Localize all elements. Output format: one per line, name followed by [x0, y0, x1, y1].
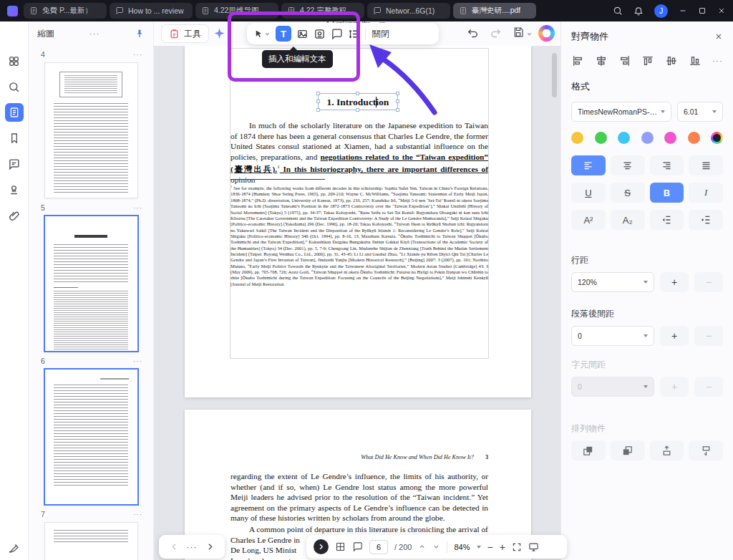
thumbnails-sidebar-icon[interactable]: [5, 103, 24, 122]
paragraph-spacing-decrease-button[interactable]: −: [694, 326, 723, 346]
comment-tool-button[interactable]: [331, 28, 343, 40]
minimize-button[interactable]: [679, 6, 687, 15]
redo-button[interactable]: [490, 27, 502, 39]
search-icon[interactable]: [613, 6, 623, 16]
browser-tab-3[interactable]: 4.22思维导图: [195, 3, 278, 19]
vertical-scrollbar-thumb[interactable]: [552, 53, 557, 97]
thumbnail-page-7-selected[interactable]: [45, 370, 137, 504]
ai-assistant-button[interactable]: [538, 25, 555, 42]
next-page-chevron[interactable]: [205, 542, 215, 551]
select-tool-button[interactable]: [253, 29, 271, 39]
text-tool-button[interactable]: T: [276, 26, 291, 42]
strikethrough-button[interactable]: S: [611, 183, 645, 203]
thumbnail-page-5[interactable]: [45, 63, 137, 198]
selection-handle[interactable]: [316, 92, 320, 95]
presentation-icon[interactable]: [528, 541, 539, 552]
attachment-sidebar-icon[interactable]: [5, 206, 24, 225]
thumbnail-more-button[interactable]: ···: [133, 51, 142, 59]
bring-to-front-button[interactable]: [571, 440, 606, 460]
bring-forward-button[interactable]: [650, 440, 684, 460]
color-swatch-yellow[interactable]: [571, 132, 583, 144]
signature-pen-icon[interactable]: [7, 541, 20, 554]
browser-tab-active[interactable]: 臺灣史研....pdf: [453, 3, 536, 19]
title-selection-box[interactable]: 1. Introduction: [318, 93, 399, 110]
color-swatch-orange[interactable]: [688, 132, 700, 144]
increase-indent-button[interactable]: [689, 210, 723, 230]
text-align-center-button[interactable]: [611, 155, 645, 175]
browser-tab-4[interactable]: 4.22 完整教程: [281, 3, 364, 19]
thumbnail-more-button[interactable]: ···: [133, 511, 142, 518]
pdf-page-6[interactable]: 1. Introduction In much of the scholarly…: [185, 46, 531, 397]
save-button[interactable]: [513, 26, 524, 38]
send-to-back-button[interactable]: [611, 440, 645, 460]
page-down-chevron[interactable]: [432, 543, 440, 551]
document-viewport[interactable]: 1. Introduction In much of the scholarly…: [154, 46, 560, 560]
thumbnail-more-button[interactable]: ···: [133, 204, 142, 212]
font-family-select[interactable]: TimesNewRomanPS-Bol...: [571, 102, 671, 122]
line-spacing-increase-button[interactable]: +: [660, 272, 689, 292]
superscript-button[interactable]: A²: [571, 210, 606, 230]
subscript-button[interactable]: A₂: [611, 210, 645, 230]
text-align-left-button[interactable]: [571, 155, 606, 175]
align-center-horizontal-icon[interactable]: [595, 54, 608, 67]
font-size-select[interactable]: 6.01: [677, 102, 723, 122]
color-swatch-green[interactable]: [595, 132, 607, 144]
page-up-chevron[interactable]: [418, 543, 426, 551]
maximize-button[interactable]: [698, 6, 707, 15]
tools-button[interactable]: 工具: [161, 24, 209, 43]
comment-view-icon[interactable]: [352, 541, 363, 552]
color-swatch-magenta[interactable]: [664, 132, 676, 144]
selection-handle[interactable]: [396, 100, 399, 103]
image-tool-button[interactable]: [296, 28, 309, 40]
color-swatch-cyan[interactable]: [618, 132, 630, 144]
align-more-button[interactable]: ···: [712, 56, 723, 66]
align-left-icon[interactable]: [571, 54, 584, 67]
line-spacing-select[interactable]: 120%: [571, 272, 654, 292]
zoom-level[interactable]: 84%: [454, 543, 470, 551]
send-backward-button[interactable]: [689, 440, 723, 460]
align-top-icon[interactable]: [641, 54, 654, 67]
thumbnail-page-8[interactable]: [45, 523, 137, 560]
body-paragraph[interactable]: regarding the extent of Le Gendre’s infl…: [230, 471, 488, 523]
selection-handle[interactable]: [316, 100, 320, 103]
page-number-input[interactable]: [369, 540, 388, 554]
selection-handle[interactable]: [396, 108, 399, 112]
undo-button[interactable]: [467, 27, 479, 39]
comments-sidebar-icon[interactable]: [5, 155, 24, 173]
line-spacing-tool-button[interactable]: [348, 28, 360, 40]
decrease-indent-button[interactable]: [650, 210, 684, 230]
nav-more-button[interactable]: ···: [187, 542, 198, 552]
zoom-in-button[interactable]: +: [500, 541, 505, 553]
ai-sparkle-icon[interactable]: [213, 26, 226, 40]
thumbnail-panel-more-button[interactable]: ···: [54, 29, 135, 39]
paragraph-spacing-select[interactable]: 0: [571, 326, 654, 346]
selection-handle[interactable]: [396, 92, 399, 95]
browser-tab-2[interactable]: How to ... review: [110, 3, 193, 19]
body-paragraph[interactable]: In much of the scholarly literature on t…: [230, 120, 488, 185]
underline-button[interactable]: U: [571, 183, 606, 203]
panel-close-icon[interactable]: [714, 32, 723, 41]
previous-page-chevron[interactable]: [170, 542, 179, 551]
paragraph-spacing-increase-button[interactable]: +: [660, 326, 689, 346]
custom-color-picker[interactable]: [711, 132, 723, 144]
align-bottom-icon[interactable]: [689, 54, 702, 67]
zoom-chevron-icon[interactable]: [477, 546, 481, 549]
text-align-right-button[interactable]: [650, 155, 684, 175]
page-grid-view-icon[interactable]: [335, 541, 346, 552]
thumbnail-page-6-selected[interactable]: [45, 216, 137, 351]
italic-button[interactable]: I: [689, 183, 723, 203]
bold-button[interactable]: B: [650, 183, 684, 203]
stamp-tool-button[interactable]: [314, 28, 326, 40]
avatar[interactable]: J: [654, 4, 668, 18]
zoom-out-button[interactable]: −: [487, 541, 493, 553]
footnote-text[interactable]: 1 See for example, the following works f…: [230, 184, 488, 287]
browser-tab-1[interactable]: 免費 P...最新）: [24, 3, 107, 19]
bell-icon[interactable]: [634, 6, 644, 16]
align-right-icon[interactable]: [618, 54, 631, 67]
search-sidebar-icon[interactable]: [5, 77, 24, 96]
align-middle-vertical-icon[interactable]: [665, 54, 678, 67]
pin-icon[interactable]: [135, 29, 145, 39]
save-chevron-icon[interactable]: [526, 31, 533, 37]
selection-handle[interactable]: [356, 92, 359, 95]
text-align-justify-button[interactable]: [689, 155, 723, 175]
